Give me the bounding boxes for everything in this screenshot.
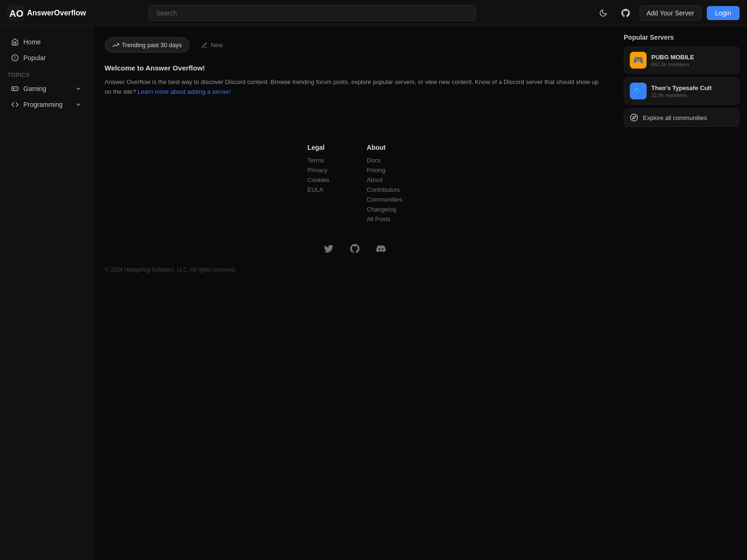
footer-link-changelog[interactable]: Changelog: [367, 206, 402, 213]
tab-new[interactable]: New: [193, 37, 231, 53]
new-icon: [201, 42, 208, 49]
footer-link-terms[interactable]: Terms: [308, 157, 330, 164]
discord-icon[interactable]: [373, 240, 389, 257]
search-input[interactable]: [149, 5, 476, 21]
learn-more-link[interactable]: Learn more about adding a server!: [138, 88, 231, 95]
footer-legal-heading: Legal: [308, 144, 330, 151]
popular-servers-title: Popular Servers: [624, 34, 740, 41]
logo-text: AnswerOverflow: [27, 9, 86, 17]
topics-heading: Topics: [0, 66, 93, 80]
add-server-button[interactable]: Add Your Server: [640, 6, 701, 21]
tab-trending[interactable]: Trending past 30 days: [105, 37, 190, 53]
footer-link-docs[interactable]: Docs: [367, 157, 402, 164]
explore-label: Explore all communities: [643, 114, 707, 121]
header-actions: Add Your Server Login: [595, 5, 740, 21]
tabs: Trending past 30 days New: [105, 37, 605, 53]
twitter-icon[interactable]: [320, 240, 337, 257]
programming-label: Programming: [23, 101, 63, 108]
sidebar-item-programming[interactable]: Programming: [4, 97, 89, 112]
footer-link-eula[interactable]: EULA: [308, 186, 330, 193]
github-social-icon[interactable]: [346, 240, 363, 257]
welcome-body: Answer Overflow is the best way to disco…: [105, 77, 605, 97]
explore-communities-card[interactable]: Explore all communities: [624, 108, 740, 127]
logo[interactable]: AO AnswerOverflow: [7, 5, 86, 21]
trending-icon: [113, 42, 119, 49]
logo-icon: AO: [7, 5, 24, 21]
footer-link-about[interactable]: About: [367, 176, 402, 183]
server-card-pubg[interactable]: 🎮 PUBG MOBILE 662.6k members: [624, 47, 740, 74]
pubg-members: 662.6k members: [651, 62, 733, 67]
footer-link-privacy[interactable]: Privacy: [308, 167, 330, 174]
svg-point-6: [631, 114, 638, 121]
chevron-down-programming-icon: [75, 101, 82, 108]
header: AO AnswerOverflow Add Your Server Login: [0, 0, 747, 26]
sidebar: Home Popular Topics Gaming: [0, 26, 93, 560]
footer-socials: [105, 240, 605, 257]
footer-link-contributors[interactable]: Contributors: [367, 186, 402, 193]
programming-left: Programming: [11, 101, 63, 108]
tab-trending-label: Trending past 30 days: [122, 42, 182, 49]
footer-about: About Docs Pricing About Contributors Co…: [367, 144, 402, 225]
right-panel: Popular Servers 🎮 PUBG MOBILE 662.6k mem…: [616, 26, 747, 560]
gaming-left: Gaming: [11, 85, 46, 92]
login-button[interactable]: Login: [707, 6, 740, 20]
footer-legal: Legal Terms Privacy Cookies EULA: [308, 144, 330, 225]
footer-link-pricing[interactable]: Pricing: [367, 167, 402, 174]
main-content: Trending past 30 days New Welcome to Ans…: [93, 26, 616, 560]
sidebar-item-home[interactable]: Home: [4, 35, 89, 49]
svg-marker-7: [633, 116, 635, 119]
theo-name: Theo's Typesafe Cult: [651, 84, 733, 91]
tab-new-label: New: [211, 42, 223, 49]
pubg-info: PUBG MOBILE 662.6k members: [651, 54, 733, 67]
sidebar-item-popular[interactable]: Popular: [4, 50, 89, 65]
footer-columns: Legal Terms Privacy Cookies EULA About D…: [105, 144, 605, 225]
programming-icon: [11, 101, 19, 108]
gaming-label: Gaming: [23, 85, 46, 92]
github-icon: [621, 9, 630, 17]
sidebar-item-gaming[interactable]: Gaming: [4, 81, 89, 96]
sidebar-popular-label: Popular: [23, 54, 46, 62]
home-icon: [11, 38, 19, 46]
footer-link-communities[interactable]: Communities: [367, 196, 402, 203]
footer-copyright: © 2024 Hedgehog Software, LLC. All right…: [105, 266, 605, 273]
chevron-down-gaming-icon: [75, 85, 82, 92]
popular-icon: [11, 54, 19, 62]
gaming-icon: [11, 85, 19, 92]
footer-area: Legal Terms Privacy Cookies EULA About D…: [105, 144, 605, 273]
svg-text:AO: AO: [9, 8, 23, 19]
dark-mode-button[interactable]: [595, 5, 612, 21]
explore-icon: [630, 113, 638, 122]
layout: Home Popular Topics Gaming: [0, 26, 747, 560]
server-card-theo[interactable]: 🔷 Theo's Typesafe Cult 22.8k members: [624, 77, 740, 105]
footer-about-heading: About: [367, 144, 402, 151]
footer-link-all-posts[interactable]: All Posts: [367, 216, 402, 223]
github-button[interactable]: [617, 5, 634, 21]
welcome-title: Welcome to Answer Overflow!: [105, 64, 605, 72]
search-bar: [149, 5, 476, 21]
pubg-name: PUBG MOBILE: [651, 54, 733, 61]
sidebar-home-label: Home: [23, 38, 41, 46]
pubg-icon: 🎮: [630, 52, 647, 69]
footer-link-cookies[interactable]: Cookies: [308, 176, 330, 183]
moon-icon: [599, 9, 607, 17]
theo-info: Theo's Typesafe Cult 22.8k members: [651, 84, 733, 98]
theo-members: 22.8k members: [651, 92, 733, 98]
theo-icon: 🔷: [630, 83, 647, 99]
